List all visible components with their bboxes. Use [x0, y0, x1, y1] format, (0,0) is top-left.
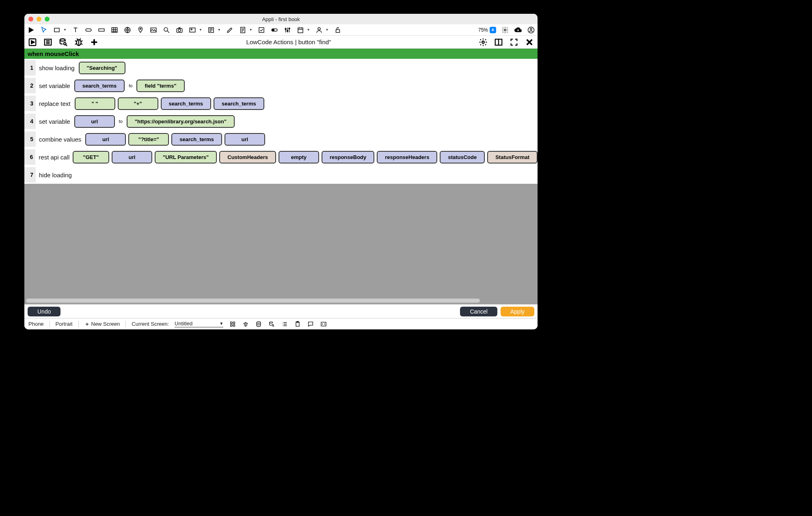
new-screen-button[interactable]: ＋ New Screen: [84, 320, 120, 328]
zoom-control[interactable]: 75%: [478, 27, 496, 33]
token-literal[interactable]: field "terms": [136, 80, 184, 92]
person-icon[interactable]: [315, 26, 323, 34]
rectangle-tool-icon[interactable]: [53, 26, 61, 34]
calendar-icon[interactable]: [296, 26, 304, 34]
keyword-to: to: [127, 83, 134, 88]
gallery-icon[interactable]: [188, 26, 197, 34]
token-variable[interactable]: url: [85, 133, 126, 146]
zoom-value: 75%: [478, 27, 488, 33]
trigger-bar[interactable]: when mouseClick: [24, 49, 538, 59]
token-param[interactable]: CustomHeaders: [219, 151, 276, 163]
close-icon[interactable]: [525, 37, 534, 47]
button-tool-icon[interactable]: [84, 26, 93, 34]
form-icon[interactable]: [207, 26, 215, 34]
image-icon[interactable]: [149, 26, 158, 34]
action-label: show loading: [36, 64, 79, 71]
token-literal[interactable]: "GET": [73, 151, 109, 163]
token-variable[interactable]: url: [225, 133, 265, 146]
database-search-icon[interactable]: [268, 320, 275, 328]
split-view-icon[interactable]: [494, 37, 503, 47]
token-variable[interactable]: responseHeaders: [377, 151, 437, 163]
action-row[interactable]: 2 set variable search_terms to field "te…: [24, 77, 538, 95]
token-literal[interactable]: "+": [118, 97, 158, 110]
account-icon[interactable]: [527, 26, 535, 34]
globe-icon[interactable]: [123, 26, 132, 34]
bug-icon[interactable]: [242, 320, 249, 328]
token-variable[interactable]: empty: [279, 151, 319, 163]
token-variable[interactable]: responseBody: [322, 151, 374, 163]
current-screen-select[interactable]: Untitled ▼: [175, 320, 223, 327]
token-param[interactable]: StatusFormat: [487, 151, 538, 163]
database-icon[interactable]: [255, 320, 262, 328]
toggle-icon[interactable]: [270, 26, 279, 34]
token-literal[interactable]: "https://openlibrary.org/search.json": [127, 115, 235, 128]
zoom-stepper-icon[interactable]: [490, 27, 496, 33]
pin-icon[interactable]: [136, 26, 145, 34]
line-number: 1: [24, 60, 36, 75]
action-row[interactable]: 1 show loading "Searching": [24, 59, 538, 77]
svg-rect-3: [112, 28, 117, 32]
sub-toolbar: LowCode Actions | button "find": [24, 36, 538, 49]
settings-gear-icon[interactable]: [478, 37, 488, 47]
token-variable[interactable]: statusCode: [440, 151, 485, 163]
edit-icon[interactable]: [226, 26, 234, 34]
window-title: Appli - first book: [24, 16, 538, 22]
scrollbar-thumb[interactable]: [26, 299, 480, 303]
search-icon[interactable]: [162, 26, 171, 34]
token-variable[interactable]: search_terms: [161, 97, 212, 110]
token-literal[interactable]: "?title=": [128, 133, 169, 146]
action-row[interactable]: 3 replace text " " "+" search_terms sear…: [24, 95, 538, 112]
action-row[interactable]: 6 rest api call "GET" url "URL Parameter…: [24, 148, 538, 166]
token-variable[interactable]: url: [112, 151, 152, 163]
dropdown-caret-icon[interactable]: ▼: [63, 28, 67, 32]
svg-rect-10: [190, 28, 195, 32]
action-row[interactable]: 4 set variable url to "https://openlibra…: [24, 112, 538, 130]
current-screen-label: Current Screen:: [132, 321, 169, 327]
fullscreen-icon[interactable]: [509, 37, 519, 47]
plus-icon[interactable]: [89, 37, 99, 47]
token-literal[interactable]: " ": [75, 97, 115, 110]
lock-icon[interactable]: [334, 26, 342, 34]
token-variable[interactable]: url: [74, 115, 115, 128]
sliders-icon[interactable]: [283, 26, 292, 34]
text-tool-icon[interactable]: [71, 26, 80, 34]
clipboard-icon[interactable]: [294, 320, 301, 328]
device-label[interactable]: Phone: [28, 321, 44, 327]
orientation-label[interactable]: Portrait: [56, 321, 73, 327]
token-variable[interactable]: search_terms: [74, 80, 125, 92]
checkbox-icon[interactable]: [257, 26, 266, 34]
apply-button[interactable]: Apply: [501, 307, 534, 316]
field-tool-icon[interactable]: [97, 26, 106, 34]
chat-icon[interactable]: [307, 320, 314, 328]
token-variable[interactable]: search_terms: [171, 133, 222, 146]
token-literal[interactable]: "Searching": [79, 62, 125, 74]
undo-button[interactable]: Undo: [28, 307, 60, 316]
code-icon[interactable]: [320, 320, 327, 328]
document-icon[interactable]: [239, 26, 247, 34]
action-label: hide loading: [36, 172, 76, 178]
token-literal[interactable]: "URL Parameters": [155, 151, 217, 163]
dropdown-caret-icon[interactable]: ▼: [249, 28, 253, 32]
list-icon[interactable]: [43, 37, 53, 47]
grid-icon[interactable]: [229, 320, 236, 328]
dropdown-caret-icon[interactable]: ▼: [326, 28, 329, 32]
dropdown-caret-icon[interactable]: ▼: [218, 28, 221, 32]
dropdown-caret-icon[interactable]: ▼: [307, 28, 310, 32]
camera-icon[interactable]: [175, 26, 184, 34]
list-icon[interactable]: [281, 320, 288, 328]
gear-icon[interactable]: [501, 26, 509, 34]
horizontal-scrollbar[interactable]: [26, 299, 536, 303]
table-tool-icon[interactable]: [110, 26, 119, 34]
token-variable[interactable]: search_terms: [214, 97, 264, 110]
database-search-icon[interactable]: [58, 37, 68, 47]
action-row[interactable]: 5 combine values url "?title=" search_te…: [24, 130, 538, 148]
play-box-icon[interactable]: [28, 37, 37, 47]
play-icon[interactable]: [27, 26, 35, 34]
dropdown-caret-icon[interactable]: ▼: [199, 28, 202, 32]
bug-icon[interactable]: [74, 37, 84, 47]
cancel-button[interactable]: Cancel: [460, 307, 497, 316]
cloud-upload-icon[interactable]: [514, 26, 522, 34]
pointer-icon[interactable]: [40, 26, 48, 34]
action-row[interactable]: 7 hide loading: [24, 166, 538, 184]
actions-list: 1 show loading "Searching" 2 set variabl…: [24, 59, 538, 184]
